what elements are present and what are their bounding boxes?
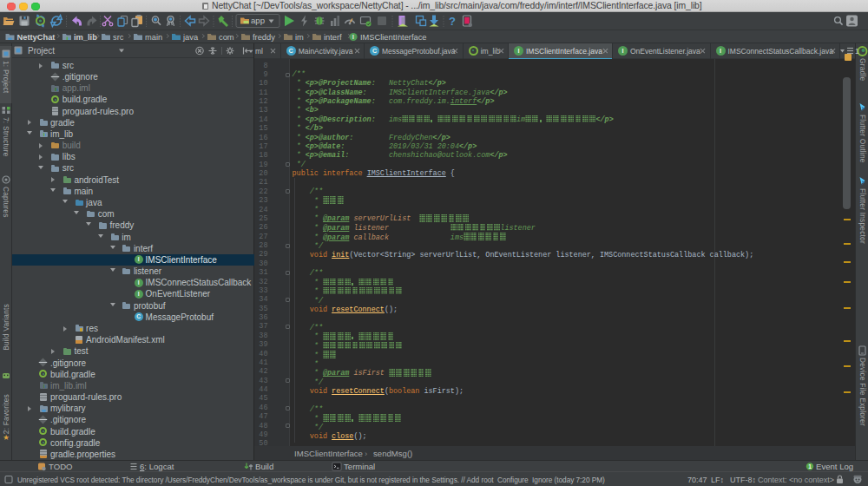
svg-text:★: ★ xyxy=(3,433,10,442)
svg-text:1: 1 xyxy=(855,47,859,56)
svg-text:?: ? xyxy=(449,15,456,28)
svg-text:I: I xyxy=(352,34,354,40)
svg-text:app: app xyxy=(251,16,265,25)
svg-text:1: 1 xyxy=(808,463,812,470)
